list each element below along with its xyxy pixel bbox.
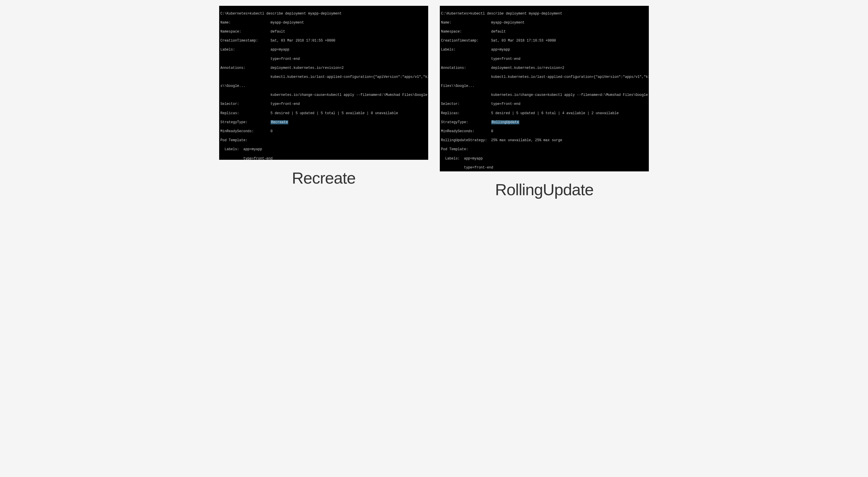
terminal-rollingupdate: C:\Kubernetes>kubectl describe deploymen… <box>440 6 649 171</box>
command-line: C:\Kubernetes>kubectl describe deploymen… <box>220 11 427 16</box>
comparison-container: C:\Kubernetes>kubectl describe deploymen… <box>6 6 862 199</box>
left-panel: C:\Kubernetes>kubectl describe deploymen… <box>219 6 428 187</box>
caption-rollingupdate: RollingUpdate <box>495 180 594 199</box>
strategy-highlight: Recreate <box>271 120 288 124</box>
kv-replicas: Replicas: 5 desired | 5 updated | 5 tota… <box>220 111 427 116</box>
right-panel: C:\Kubernetes>kubectl describe deploymen… <box>440 6 649 199</box>
terminal-recreate: C:\Kubernetes>kubectl describe deploymen… <box>219 6 428 160</box>
kv-selector: Selector: type=front-end <box>220 102 427 107</box>
kv-labels: Labels: app=myapp <box>220 48 427 52</box>
kv-strategy: StrategyType: Recreate <box>220 120 427 125</box>
kv-annotations: Annotations: deployment.kubernetes.io/re… <box>220 66 427 70</box>
kv-name: Name: myapp-deployment <box>220 21 427 25</box>
kv-creation: CreationTimestamp: Sat, 03 Mar 2018 17:0… <box>220 39 427 43</box>
caption-recreate: Recreate <box>292 169 355 187</box>
command-line: C:\Kubernetes>kubectl describe deploymen… <box>441 11 648 16</box>
kv-minready: MinReadySeconds: 0 <box>220 129 427 134</box>
strategy-highlight: RollingUpdate <box>491 120 520 124</box>
kv-namespace: Namespace: default <box>220 30 427 34</box>
